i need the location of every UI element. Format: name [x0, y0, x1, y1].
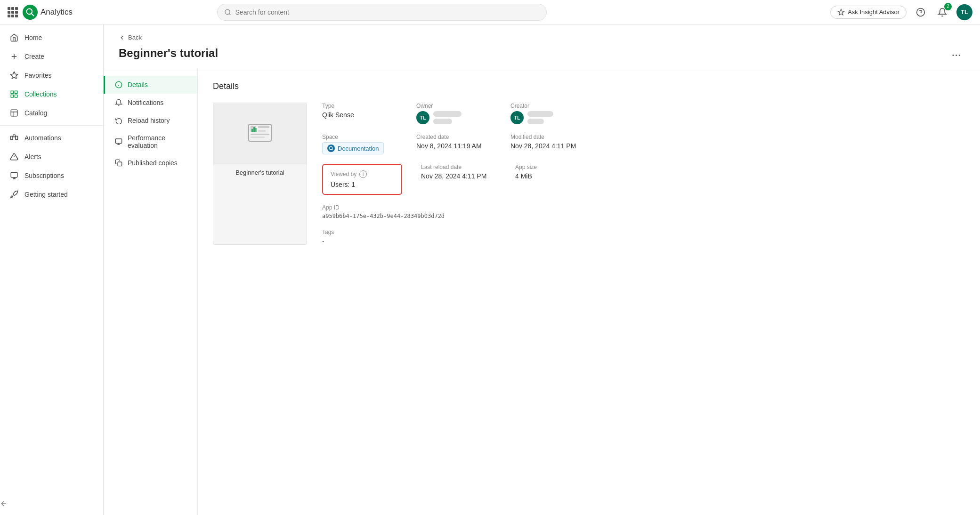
- svg-marker-4: [838, 9, 844, 15]
- svg-rect-34: [118, 162, 122, 166]
- owner-name-bar-2: [433, 119, 452, 124]
- tab-performance[interactable]: Performance evaluation: [104, 129, 197, 154]
- details-row-1: Type Qlik Sense Owner TL: [322, 103, 965, 124]
- search-input[interactable]: [235, 8, 540, 16]
- svg-rect-37: [258, 126, 269, 128]
- qlik-logo[interactable]: Analytics: [23, 5, 73, 20]
- viewed-by-info-icon[interactable]: i: [359, 170, 367, 178]
- alerts-icon: [9, 152, 19, 161]
- details-panel: Details: [198, 68, 980, 515]
- help-button[interactable]: [913, 5, 928, 20]
- created-date-field: Created date Nov 8, 2024 11:19 AM: [416, 134, 492, 154]
- apps-grid-icon[interactable]: [8, 7, 18, 17]
- automations-icon: [9, 133, 19, 143]
- sidebar-item-automations[interactable]: Automations: [0, 129, 103, 147]
- svg-rect-24: [11, 172, 17, 177]
- more-options-button[interactable]: ...: [948, 46, 965, 60]
- page-header: Back Beginner's tutorial ...: [104, 24, 980, 68]
- sparkle-icon: [837, 8, 845, 16]
- subscriptions-icon: [9, 171, 19, 180]
- svg-rect-10: [11, 91, 13, 93]
- collections-icon: [9, 89, 19, 99]
- svg-rect-13: [11, 95, 13, 97]
- catalog-icon: [9, 108, 19, 118]
- details-section-title: Details: [213, 81, 965, 91]
- details-row-5: Tags -: [322, 229, 965, 245]
- qlik-logo-circle: [23, 5, 38, 20]
- owner-field: Owner TL: [416, 103, 492, 124]
- svg-rect-31: [115, 139, 121, 143]
- creator-avatar: TL: [510, 111, 524, 124]
- app-id-field: App ID a959b6b4-175e-432b-9e44-28349b03d…: [322, 204, 445, 219]
- collapse-sidebar-button[interactable]: [0, 496, 103, 511]
- user-avatar[interactable]: TL: [956, 4, 972, 20]
- reload-icon: [114, 116, 123, 125]
- notifications-button[interactable]: 2: [935, 5, 950, 20]
- main-content: Back Beginner's tutorial ...: [104, 24, 980, 515]
- details-row-4: App ID a959b6b4-175e-432b-9e44-28349b03d…: [322, 204, 965, 219]
- type-field: Type Qlik Sense: [322, 103, 397, 124]
- app-name-label: Analytics: [40, 8, 73, 17]
- svg-line-1: [32, 13, 34, 16]
- search-icon: [224, 8, 231, 16]
- owner-name-bar-1: [433, 111, 462, 117]
- app-thumbnail[interactable]: Beginner's tutorial: [213, 103, 307, 245]
- viewed-by-header: Viewed by i: [331, 170, 394, 178]
- thumbnail-image: [213, 103, 307, 164]
- sidebar-item-collections[interactable]: Collections: [0, 85, 103, 104]
- viewed-by-value: Users: 1: [331, 181, 394, 188]
- viewed-by-box: Viewed by i Users: 1: [322, 164, 402, 195]
- search-bar[interactable]: [217, 4, 547, 21]
- svg-rect-39: [251, 134, 269, 135]
- info-icon: [114, 80, 123, 89]
- last-reload-field: Last reload date Nov 28, 2024 4:11 PM: [421, 164, 496, 195]
- svg-line-3: [229, 13, 231, 15]
- sidebar-item-getting-started[interactable]: Getting started: [0, 185, 103, 204]
- thumbnail-label: Beginner's tutorial: [232, 169, 288, 176]
- plus-icon: [9, 52, 19, 61]
- svg-rect-41: [251, 129, 253, 132]
- sidebar-item-home[interactable]: Home: [0, 28, 103, 47]
- top-navigation: Analytics Ask Insight Advisor: [0, 0, 980, 24]
- owner-cell: TL: [416, 111, 492, 124]
- svg-marker-9: [11, 72, 18, 79]
- copy-icon: [114, 159, 123, 167]
- performance-icon: [114, 137, 123, 146]
- creator-name-bar-1: [527, 111, 553, 117]
- topnav-left: Analytics: [8, 5, 73, 20]
- tab-reload-history[interactable]: Reload history: [104, 112, 197, 129]
- modified-date-field: Modified date Nov 28, 2024 4:11 PM: [510, 134, 586, 154]
- sidebar-item-subscriptions[interactable]: Subscriptions: [0, 166, 103, 185]
- svg-rect-17: [11, 136, 13, 140]
- tab-details[interactable]: Details: [104, 76, 197, 94]
- space-field: Space Documentation: [322, 134, 397, 154]
- creator-field: Creator TL: [510, 103, 586, 124]
- space-icon: [327, 145, 335, 152]
- sidebar-divider: [0, 125, 103, 126]
- sidebar-item-alerts[interactable]: Alerts: [0, 147, 103, 166]
- main-layout: Home Create Favorites: [0, 24, 980, 515]
- svg-point-44: [329, 146, 332, 150]
- svg-rect-43: [255, 128, 257, 132]
- tab-notifications[interactable]: Notifications: [104, 94, 197, 112]
- details-content: Beginner's tutorial Type Qlik Sense Owne…: [213, 103, 965, 245]
- topnav-right: Ask Insight Advisor 2 TL: [830, 4, 972, 20]
- star-icon: [9, 71, 19, 80]
- sidebar-item-catalog[interactable]: Catalog: [0, 104, 103, 122]
- space-badge[interactable]: Documentation: [322, 142, 384, 154]
- tags-field: Tags -: [322, 229, 397, 245]
- bell-icon: [114, 98, 123, 107]
- tab-published-copies[interactable]: Published copies: [104, 154, 197, 172]
- details-row-3: Viewed by i Users: 1 Last reload date No…: [322, 164, 965, 195]
- details-grid: Type Qlik Sense Owner TL: [322, 103, 965, 245]
- svg-rect-18: [13, 135, 16, 137]
- notification-badge: 2: [944, 3, 952, 10]
- insight-advisor-button[interactable]: Ask Insight Advisor: [830, 6, 907, 19]
- svg-rect-14: [11, 110, 17, 116]
- creator-cell: TL: [510, 111, 586, 124]
- details-row-2: Space Documentation: [322, 134, 965, 154]
- sidebar-item-favorites[interactable]: Favorites: [0, 66, 103, 85]
- sidebar-item-create[interactable]: Create: [0, 47, 103, 66]
- svg-rect-12: [15, 95, 17, 97]
- back-link[interactable]: Back: [119, 34, 965, 41]
